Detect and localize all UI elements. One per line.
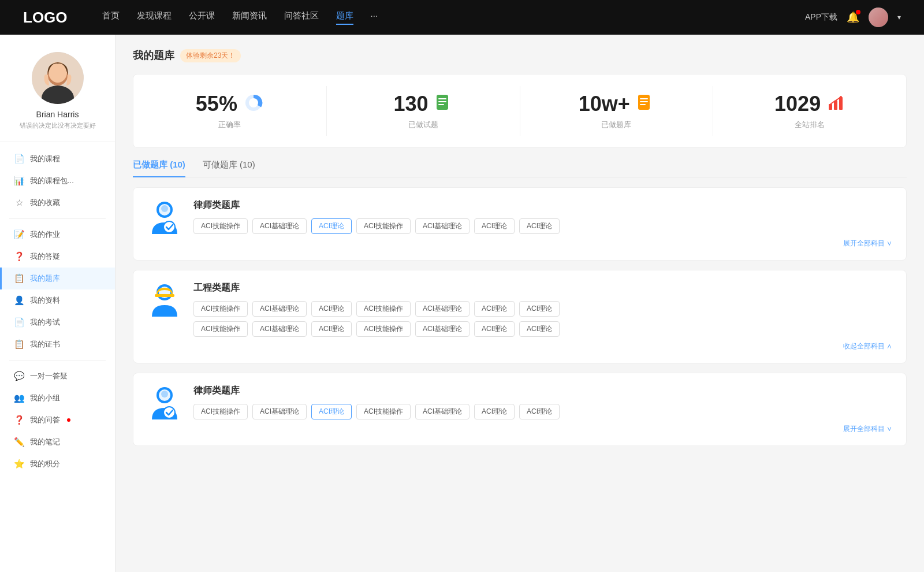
sidebar-item-profile-label: 我的资料 (30, 295, 60, 306)
eng-tag-4[interactable]: ACI技能操作 (356, 301, 411, 317)
page-title-row: 我的题库 体验剩余23天！ (133, 49, 907, 62)
sidebar: Brian Harris 错误的决定比没有决定要好 📄 我的课程 📊 我的课程包… (0, 35, 116, 572)
sidebar-item-qbank[interactable]: 📋 我的题库 (0, 268, 115, 289)
nav-item-qa[interactable]: 问答社区 (284, 10, 319, 25)
stats-row: 55% 正确率 130 (133, 74, 907, 148)
app-download-label[interactable]: APP下载 (805, 12, 837, 23)
sidebar-item-exam[interactable]: 📄 我的考试 (0, 311, 115, 333)
qbank-title-lawyer-2: 律师类题库 (193, 385, 892, 397)
nav-item-home[interactable]: 首页 (102, 10, 120, 25)
svg-rect-14 (829, 104, 832, 110)
exam-icon: 📄 (14, 317, 24, 328)
qbank-content-lawyer-2: 律师类题库 ACI技能操作 ACI基础理论 ACI理论 ACI技能操作 ACI基… (193, 385, 892, 434)
eng-tag-7[interactable]: ACI理论 (519, 301, 560, 317)
sidebar-item-courses-label: 我的课程 (30, 154, 60, 164)
qbank-header-lawyer-1: 律师类题库 ACI技能操作 ACI基础理论 ACI理论 ACI技能操作 ACI基… (147, 199, 892, 248)
collapse-engineer[interactable]: 收起全部科目 ∧ (193, 341, 892, 351)
eng-tag-8[interactable]: ACI技能操作 (193, 321, 248, 337)
stat-accuracy: 55% 正确率 (133, 86, 327, 136)
nav-item-more[interactable]: ··· (371, 10, 378, 25)
tag-2[interactable]: ACI基础理论 (252, 218, 307, 234)
sidebar-item-packages[interactable]: 📊 我的课程包... (0, 170, 115, 192)
homework-icon: 📝 (14, 229, 24, 240)
tag-1[interactable]: ACI技能操作 (193, 218, 248, 234)
qa-icon: ❓ (14, 251, 24, 262)
law2-tag-4[interactable]: ACI技能操作 (356, 404, 411, 419)
tabs-row: 已做题库 (10) 可做题库 (10) (133, 159, 907, 178)
avatar[interactable] (869, 8, 888, 27)
nav-item-news[interactable]: 新闻资讯 (232, 10, 267, 25)
eng-tag-5[interactable]: ACI基础理论 (415, 301, 470, 317)
tag-5[interactable]: ACI基础理论 (415, 218, 470, 234)
eng-tag-9[interactable]: ACI基础理论 (252, 321, 307, 337)
sidebar-item-questions[interactable]: ❓ 我的问答 (0, 409, 115, 431)
eng-tag-3[interactable]: ACI理论 (311, 301, 352, 317)
star-icon: ☆ (14, 198, 24, 208)
chevron-down-icon[interactable]: ▾ (897, 13, 901, 21)
law2-tag-1[interactable]: ACI技能操作 (193, 404, 248, 419)
tag-7[interactable]: ACI理论 (519, 218, 560, 234)
sidebar-item-cert[interactable]: 📋 我的证书 (0, 333, 115, 355)
tag-4[interactable]: ACI技能操作 (356, 218, 411, 234)
stat-done-questions-label: 已做试题 (408, 120, 438, 130)
sidebar-item-favorites-label: 我的收藏 (30, 198, 60, 208)
trial-badge: 体验剩余23天！ (180, 49, 241, 62)
eng-tag-12[interactable]: ACI基础理论 (415, 321, 470, 337)
tab-available-banks[interactable]: 可做题库 (10) (203, 159, 255, 177)
qbank-icon: 📋 (14, 273, 24, 284)
eng-tag-10[interactable]: ACI理论 (311, 321, 352, 337)
eng-tag-1[interactable]: ACI技能操作 (193, 301, 248, 317)
stat-accuracy-label: 正确率 (218, 120, 241, 130)
law2-tag-7[interactable]: ACI理论 (519, 404, 560, 419)
eng-tag-2[interactable]: ACI基础理论 (252, 301, 307, 317)
tag-3[interactable]: ACI理论 (311, 218, 352, 234)
eng-tag-6[interactable]: ACI理论 (474, 301, 515, 317)
notification-bell-icon[interactable]: 🔔 (847, 11, 859, 24)
eng-tag-14[interactable]: ACI理论 (519, 321, 560, 337)
expand-lawyer-1[interactable]: 展开全部科目 ∨ (193, 239, 892, 248)
qbank-title-lawyer-1: 律师类题库 (193, 199, 892, 211)
svg-point-5 (249, 98, 258, 107)
nav-item-open[interactable]: 公开课 (189, 10, 215, 25)
svg-rect-16 (839, 97, 843, 110)
notes-icon: ✏️ (14, 437, 24, 447)
sidebar-item-points[interactable]: ⭐ 我的积分 (0, 453, 115, 475)
notification-dot (856, 10, 860, 14)
avatar-illustration (32, 52, 84, 104)
law2-tag-6[interactable]: ACI理论 (474, 404, 515, 419)
stat-done-banks-top: 10w+ (579, 92, 654, 116)
law2-tag-5[interactable]: ACI基础理论 (415, 404, 470, 419)
sidebar-item-courses[interactable]: 📄 我的课程 (0, 148, 115, 170)
nav-item-discover[interactable]: 发现课程 (137, 10, 172, 25)
sidebar-item-favorites[interactable]: ☆ 我的收藏 (0, 192, 115, 214)
points-icon: ⭐ (14, 459, 24, 469)
sidebar-item-profile[interactable]: 👤 我的资料 (0, 289, 115, 311)
sidebar-item-tutoring-label: 一对一答疑 (30, 371, 68, 381)
svg-point-28 (163, 407, 175, 418)
tab-done-banks[interactable]: 已做题库 (10) (133, 159, 185, 177)
engineer-icon (147, 282, 182, 322)
qbank-tags-engineer-row2: ACI技能操作 ACI基础理论 ACI理论 ACI技能操作 ACI基础理论 AC… (193, 321, 892, 337)
sidebar-item-group[interactable]: 👥 我的小组 (0, 387, 115, 409)
sidebar-item-qa[interactable]: ❓ 我的答疑 (0, 246, 115, 268)
questions-icon: ❓ (14, 415, 24, 425)
tag-6[interactable]: ACI理论 (474, 218, 515, 234)
sidebar-item-notes-label: 我的笔记 (30, 437, 60, 447)
sidebar-item-homework[interactable]: 📝 我的作业 (0, 224, 115, 246)
eng-tag-13[interactable]: ACI理论 (474, 321, 515, 337)
page-title: 我的题库 (133, 49, 174, 62)
stat-done-questions-top: 130 (394, 92, 453, 116)
sidebar-item-notes[interactable]: ✏️ 我的笔记 (0, 431, 115, 453)
sidebar-item-questions-label: 我的问答 (30, 415, 60, 425)
law2-tag-2[interactable]: ACI基础理论 (252, 404, 307, 419)
eng-tag-11[interactable]: ACI技能操作 (356, 321, 411, 337)
expand-lawyer-2[interactable]: 展开全部科目 ∨ (193, 424, 892, 434)
sidebar-menu: 📄 我的课程 📊 我的课程包... ☆ 我的收藏 📝 我的作业 ❓ 我的答疑 � (0, 142, 115, 481)
qbank-tags-lawyer-2: ACI技能操作 ACI基础理论 ACI理论 ACI技能操作 ACI基础理论 AC… (193, 404, 892, 419)
svg-rect-11 (640, 98, 648, 99)
nav-item-qbank[interactable]: 题库 (336, 10, 353, 25)
stat-ranking-top: 1029 (774, 92, 845, 116)
qbank-tags-engineer-row1: ACI技能操作 ACI基础理论 ACI理论 ACI技能操作 ACI基础理论 AC… (193, 301, 892, 317)
law2-tag-3[interactable]: ACI理论 (311, 404, 352, 419)
sidebar-item-tutoring[interactable]: 💬 一对一答疑 (0, 365, 115, 387)
